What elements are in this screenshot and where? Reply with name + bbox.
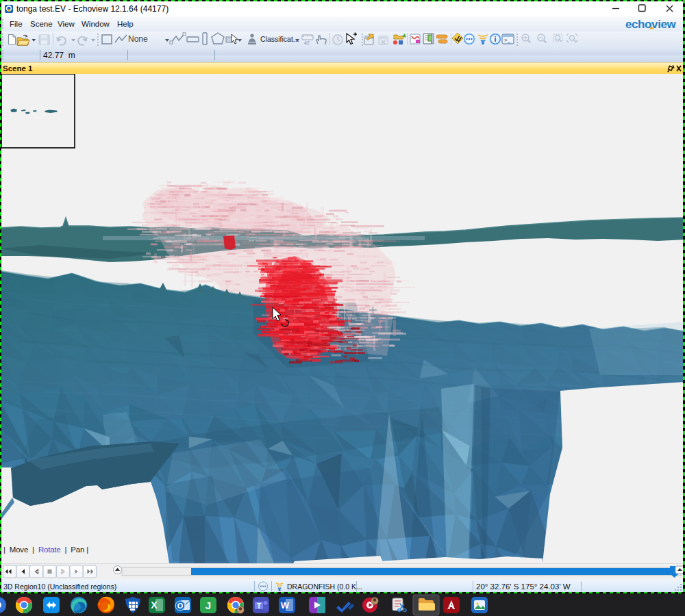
svg-text:i: i: [494, 35, 496, 43]
svg-text:DRAGONFISH (0.0 K...: DRAGONFISH (0.0 K...: [287, 582, 362, 591]
svg-text:W: W: [281, 600, 290, 611]
svg-text:3D Region10 (Unclassified regi: 3D Region10 (Unclassified regions): [3, 582, 116, 591]
svg-text:>_: >_: [504, 37, 511, 43]
svg-text:T: T: [257, 602, 261, 610]
svg-text:42.77 m: 42.77 m: [43, 51, 75, 60]
svg-text:20° 32.76' S 175° 24.03' W: 20° 32.76' S 175° 24.03' W: [476, 582, 571, 591]
svg-text:42: 42: [304, 40, 310, 45]
svg-text:J: J: [206, 600, 211, 611]
svg-text:X: X: [151, 600, 158, 611]
svg-text:Classificat...: Classificat...: [260, 35, 299, 43]
svg-text:None: None: [128, 34, 148, 44]
svg-text:O: O: [177, 602, 184, 610]
